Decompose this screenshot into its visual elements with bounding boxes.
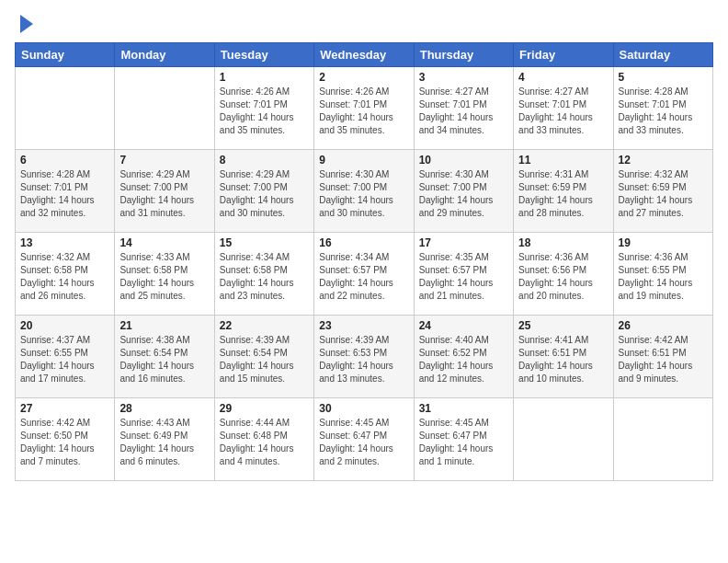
day-number: 30: [319, 402, 408, 415]
day-number: 8: [220, 154, 309, 167]
day-number: 20: [20, 319, 109, 332]
day-info: Sunrise: 4:38 AMSunset: 6:54 PMDaylight:…: [119, 334, 209, 385]
day-info: Sunrise: 4:33 AMSunset: 6:58 PMDaylight:…: [119, 251, 209, 303]
day-number: 25: [518, 319, 608, 332]
day-number: 2: [319, 71, 408, 84]
day-info: Sunrise: 4:37 AMSunset: 6:55 PMDaylight:…: [20, 334, 109, 385]
calendar-cell: 2Sunrise: 4:26 AMSunset: 7:01 PMDaylight…: [314, 67, 414, 150]
calendar-cell: 9Sunrise: 4:30 AMSunset: 7:00 PMDaylight…: [314, 150, 414, 233]
calendar-cell: [115, 67, 214, 150]
day-info: Sunrise: 4:27 AMSunset: 7:01 PMDaylight:…: [419, 86, 508, 137]
logo: [15, 15, 33, 33]
day-number: 28: [119, 402, 209, 415]
calendar-cell: 13Sunrise: 4:32 AMSunset: 6:58 PMDayligh…: [16, 233, 115, 316]
col-sunday: Sunday: [16, 43, 115, 67]
calendar-cell: 12Sunrise: 4:32 AMSunset: 6:59 PMDayligh…: [613, 150, 712, 233]
calendar-week-row: 13Sunrise: 4:32 AMSunset: 6:58 PMDayligh…: [16, 233, 713, 316]
calendar-cell: 24Sunrise: 4:40 AMSunset: 6:52 PMDayligh…: [414, 316, 513, 398]
col-tuesday: Tuesday: [214, 43, 313, 67]
day-number: 3: [419, 71, 508, 84]
day-info: Sunrise: 4:43 AMSunset: 6:49 PMDaylight:…: [119, 417, 209, 468]
calendar-cell: 15Sunrise: 4:34 AMSunset: 6:58 PMDayligh…: [214, 233, 313, 316]
calendar-cell: 29Sunrise: 4:44 AMSunset: 6:48 PMDayligh…: [214, 398, 313, 481]
day-info: Sunrise: 4:36 AMSunset: 6:56 PMDaylight:…: [518, 251, 608, 303]
calendar-cell: [514, 398, 613, 481]
day-number: 1: [220, 71, 309, 84]
day-info: Sunrise: 4:34 AMSunset: 6:57 PMDaylight:…: [319, 251, 408, 303]
day-number: 26: [619, 319, 708, 332]
day-info: Sunrise: 4:45 AMSunset: 6:47 PMDaylight:…: [419, 417, 508, 468]
day-info: Sunrise: 4:39 AMSunset: 6:53 PMDaylight:…: [319, 334, 408, 385]
day-number: 13: [20, 236, 109, 249]
day-info: Sunrise: 4:44 AMSunset: 6:48 PMDaylight:…: [220, 417, 309, 468]
day-info: Sunrise: 4:39 AMSunset: 6:54 PMDaylight:…: [220, 334, 309, 385]
calendar-cell: [16, 67, 115, 150]
day-number: 15: [220, 236, 309, 249]
calendar-cell: 23Sunrise: 4:39 AMSunset: 6:53 PMDayligh…: [314, 316, 414, 398]
day-info: Sunrise: 4:40 AMSunset: 6:52 PMDaylight:…: [419, 334, 508, 385]
calendar-cell: 28Sunrise: 4:43 AMSunset: 6:49 PMDayligh…: [115, 398, 214, 481]
calendar-cell: 10Sunrise: 4:30 AMSunset: 7:00 PMDayligh…: [414, 150, 513, 233]
calendar-cell: 21Sunrise: 4:38 AMSunset: 6:54 PMDayligh…: [115, 316, 214, 398]
day-number: 24: [419, 319, 508, 332]
calendar-cell: 22Sunrise: 4:39 AMSunset: 6:54 PMDayligh…: [214, 316, 313, 398]
day-number: 12: [619, 154, 708, 167]
day-info: Sunrise: 4:35 AMSunset: 6:57 PMDaylight:…: [419, 251, 508, 303]
day-number: 31: [419, 402, 508, 415]
day-number: 9: [319, 154, 408, 167]
calendar-cell: 7Sunrise: 4:29 AMSunset: 7:00 PMDaylight…: [115, 150, 214, 233]
header: [15, 15, 713, 33]
day-info: Sunrise: 4:34 AMSunset: 6:58 PMDaylight:…: [220, 251, 309, 303]
logo-arrow-icon: [20, 15, 33, 33]
calendar-cell: 30Sunrise: 4:45 AMSunset: 6:47 PMDayligh…: [314, 398, 414, 481]
calendar-cell: 25Sunrise: 4:41 AMSunset: 6:51 PMDayligh…: [514, 316, 613, 398]
calendar-cell: 14Sunrise: 4:33 AMSunset: 6:58 PMDayligh…: [115, 233, 214, 316]
calendar-cell: 27Sunrise: 4:42 AMSunset: 6:50 PMDayligh…: [16, 398, 115, 481]
calendar-week-row: 27Sunrise: 4:42 AMSunset: 6:50 PMDayligh…: [16, 398, 713, 481]
day-info: Sunrise: 4:26 AMSunset: 7:01 PMDaylight:…: [220, 86, 309, 137]
calendar-week-row: 6Sunrise: 4:28 AMSunset: 7:01 PMDaylight…: [16, 150, 713, 233]
calendar-cell: 18Sunrise: 4:36 AMSunset: 6:56 PMDayligh…: [514, 233, 613, 316]
calendar-cell: 20Sunrise: 4:37 AMSunset: 6:55 PMDayligh…: [16, 316, 115, 398]
day-info: Sunrise: 4:36 AMSunset: 6:55 PMDaylight:…: [619, 251, 708, 303]
day-number: 16: [319, 236, 408, 249]
calendar-cell: 1Sunrise: 4:26 AMSunset: 7:01 PMDaylight…: [214, 67, 313, 150]
calendar-cell: 4Sunrise: 4:27 AMSunset: 7:01 PMDaylight…: [514, 67, 613, 150]
day-number: 18: [518, 236, 608, 249]
day-number: 19: [619, 236, 708, 249]
day-number: 11: [518, 154, 608, 167]
col-wednesday: Wednesday: [314, 43, 414, 67]
header-row: Sunday Monday Tuesday Wednesday Thursday…: [16, 43, 713, 67]
day-info: Sunrise: 4:45 AMSunset: 6:47 PMDaylight:…: [319, 417, 408, 468]
day-number: 4: [518, 71, 608, 84]
day-info: Sunrise: 4:32 AMSunset: 6:59 PMDaylight:…: [619, 168, 708, 220]
calendar-body: 1Sunrise: 4:26 AMSunset: 7:01 PMDaylight…: [16, 67, 713, 481]
day-info: Sunrise: 4:29 AMSunset: 7:00 PMDaylight:…: [220, 168, 309, 220]
calendar-cell: 17Sunrise: 4:35 AMSunset: 6:57 PMDayligh…: [414, 233, 513, 316]
day-number: 14: [119, 236, 209, 249]
day-number: 5: [619, 71, 708, 84]
calendar-cell: 6Sunrise: 4:28 AMSunset: 7:01 PMDaylight…: [16, 150, 115, 233]
day-number: 6: [20, 154, 109, 167]
calendar-cell: 5Sunrise: 4:28 AMSunset: 7:01 PMDaylight…: [613, 67, 712, 150]
day-number: 10: [419, 154, 508, 167]
day-info: Sunrise: 4:41 AMSunset: 6:51 PMDaylight:…: [518, 334, 608, 385]
day-number: 17: [419, 236, 508, 249]
day-info: Sunrise: 4:29 AMSunset: 7:00 PMDaylight:…: [119, 168, 209, 220]
calendar-week-row: 20Sunrise: 4:37 AMSunset: 6:55 PMDayligh…: [16, 316, 713, 398]
day-number: 22: [220, 319, 309, 332]
calendar-cell: [613, 398, 712, 481]
day-info: Sunrise: 4:32 AMSunset: 6:58 PMDaylight:…: [20, 251, 109, 303]
day-info: Sunrise: 4:30 AMSunset: 7:00 PMDaylight:…: [419, 168, 508, 220]
day-number: 23: [319, 319, 408, 332]
col-friday: Friday: [514, 43, 613, 67]
day-number: 7: [119, 154, 209, 167]
col-saturday: Saturday: [613, 43, 712, 67]
day-number: 29: [220, 402, 309, 415]
calendar-cell: 11Sunrise: 4:31 AMSunset: 6:59 PMDayligh…: [514, 150, 613, 233]
day-info: Sunrise: 4:42 AMSunset: 6:50 PMDaylight:…: [20, 417, 109, 468]
calendar-cell: 8Sunrise: 4:29 AMSunset: 7:00 PMDaylight…: [214, 150, 313, 233]
calendar-week-row: 1Sunrise: 4:26 AMSunset: 7:01 PMDaylight…: [16, 67, 713, 150]
day-number: 21: [119, 319, 209, 332]
day-info: Sunrise: 4:28 AMSunset: 7:01 PMDaylight:…: [20, 168, 109, 220]
